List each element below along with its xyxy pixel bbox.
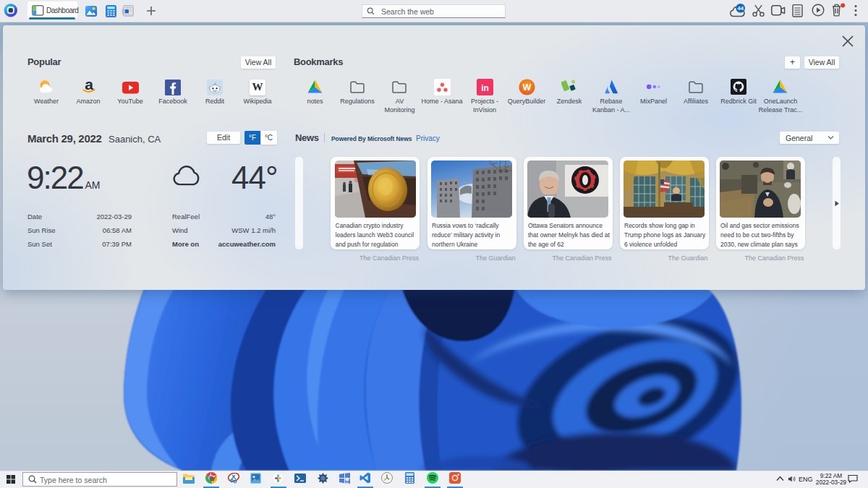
svg-text:in: in: [481, 83, 489, 93]
svg-text:44: 44: [738, 5, 744, 12]
svg-text:W: W: [523, 82, 532, 93]
svg-text:a: a: [85, 77, 93, 93]
